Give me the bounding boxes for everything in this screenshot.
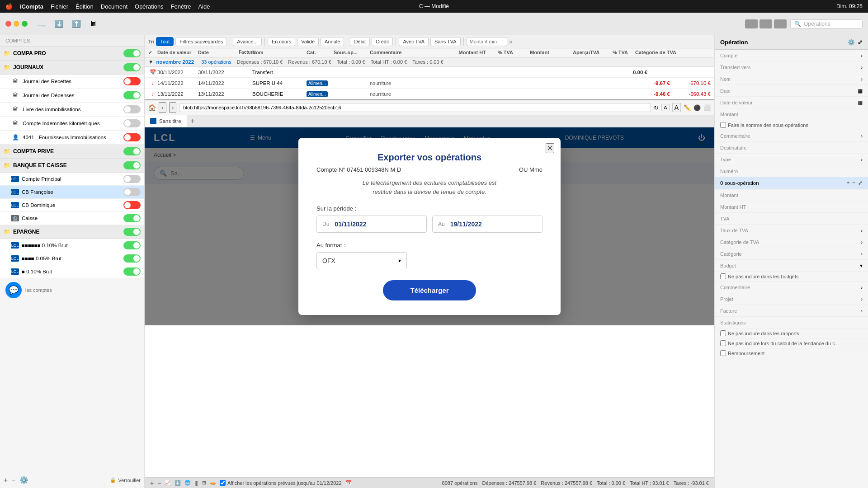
sidebar-item-livre-immob[interactable]: 🏛 Livre des immobilisations: [0, 103, 144, 117]
sidebar-item-indemnites[interactable]: 🏛 Compte Indemnités kilométriques: [0, 117, 144, 131]
browser-url-input[interactable]: [179, 103, 651, 112]
view-btn-1[interactable]: [745, 19, 758, 28]
afficher-prevu-checkbox[interactable]: [220, 480, 226, 486]
sous-op-remove-icon[interactable]: −: [852, 180, 855, 186]
toolbar-icon-cloud[interactable]: ☁️: [36, 18, 48, 30]
right-panel-expand-icon[interactable]: ⤢: [858, 39, 863, 46]
sidebar-item-cb-francoise[interactable]: LCL CB Françoise: [0, 186, 144, 199]
sidebar-item-epargne-2[interactable]: LCL ■■■■ 0.05% Brut: [0, 252, 144, 265]
checkbox-tendance-input[interactable]: [720, 340, 726, 346]
menu-edition[interactable]: Édition: [75, 3, 94, 10]
browser-circle-icon[interactable]: ⚫: [693, 104, 701, 111]
cb-dominique-toggle[interactable]: [123, 201, 141, 209]
sidebar-item-compte-principal[interactable]: LCL Compte Principal: [0, 173, 144, 186]
toolbar-icon-up[interactable]: ⬆️: [70, 18, 83, 30]
sidebar-item-epargne-1[interactable]: LCL ■■■■■■ 0.10% Brut: [0, 239, 144, 252]
filter-btn-avec-tva[interactable]: Avec TVA: [399, 37, 429, 46]
menu-operations[interactable]: Opérations: [135, 3, 164, 10]
filter-btn-tout[interactable]: Tout: [156, 37, 174, 46]
livre-immob-toggle[interactable]: [123, 105, 141, 113]
banque-toggle[interactable]: [123, 161, 141, 169]
filter-btn-avance[interactable]: Avancé...: [233, 37, 262, 46]
sous-op-add-icon[interactable]: +: [847, 180, 850, 186]
toolbar-icon-down[interactable]: ⬇️: [53, 18, 66, 30]
status-add-btn[interactable]: +: [150, 479, 154, 487]
sidebar-item-journal-recettes[interactable]: 🏛 Journal des Recettes: [0, 75, 144, 89]
sidebar-item-journal-depenses[interactable]: 🏛 Journal des Dépenses: [0, 89, 144, 103]
view-btn-3[interactable]: [774, 19, 787, 28]
rp-categorie-select[interactable]: ›: [770, 251, 863, 257]
date-from-field[interactable]: Du 01/11/2022: [316, 216, 427, 233]
checkbox-rapports-input[interactable]: [720, 330, 726, 336]
cb-francoise-toggle[interactable]: [123, 188, 141, 196]
sidebar-group-epargne-header[interactable]: 📁 EPARGNE: [0, 225, 144, 239]
checkbox-budget-input[interactable]: [720, 273, 726, 279]
browser-tab-sans-titre[interactable]: Sans titre: [145, 115, 187, 127]
compte-principal-toggle[interactable]: [123, 175, 141, 183]
table-row[interactable]: 📅 30/11/2022 30/11/2022 Transfert 0.00 €: [145, 67, 714, 78]
montant-min-input[interactable]: [467, 37, 507, 46]
view-btn-2[interactable]: [760, 19, 772, 28]
verrouiller-btn[interactable]: 🔒 Verrouiller: [110, 477, 141, 483]
month-header[interactable]: ▼ novembre 2022 33 opérations Dépenses :…: [145, 57, 714, 67]
browser-edit-icon[interactable]: ✏️: [684, 104, 691, 111]
messenger-icon[interactable]: 💬: [5, 282, 22, 298]
toolbar-icon-calc[interactable]: 🖩: [87, 18, 100, 30]
rp-budget-select[interactable]: ▾: [770, 263, 863, 269]
remove-icon[interactable]: −: [11, 476, 15, 484]
table-row[interactable]: ↓ 13/11/2022 13/11/2022 BOUCHERIE Alimen…: [145, 89, 714, 99]
journal-depenses-toggle[interactable]: [123, 91, 141, 99]
sidebar-item-fournisseurs[interactable]: 👤 4041 - Fournisseurs Immobilisations: [0, 131, 144, 145]
sidebar-group-banque-header[interactable]: 📁 BANQUE ET CAISSE: [0, 159, 144, 173]
indemnites-toggle[interactable]: [123, 119, 141, 127]
expand-filters-icon[interactable]: »: [509, 38, 513, 45]
settings-icon[interactable]: ⚙️: [19, 476, 28, 484]
rp-commentaire-1-select[interactable]: ›: [770, 133, 863, 139]
status-remove-btn[interactable]: −: [157, 479, 161, 487]
status-calendar-icon[interactable]: 📅: [345, 480, 352, 486]
menu-fenetre[interactable]: Fenêtre: [171, 3, 191, 10]
sidebar-group-compa-pro-header[interactable]: 📁 COMPA PRO: [0, 47, 144, 61]
status-table-icon[interactable]: ⊞: [202, 480, 206, 486]
status-download-icon[interactable]: ⬇️: [175, 480, 181, 486]
rp-compte-select[interactable]: ›: [770, 53, 863, 58]
modal-close-btn[interactable]: ✕: [546, 143, 554, 153]
minimize-btn[interactable]: [14, 21, 19, 27]
filter-btn-credit[interactable]: Crédit: [372, 37, 393, 46]
apple-menu[interactable]: 🍎: [5, 3, 13, 10]
epargne-toggle[interactable]: [123, 228, 141, 236]
sidebar-group-journaux-header[interactable]: 📁 JOURNAUX: [0, 61, 144, 75]
maximize-btn[interactable]: [22, 21, 28, 27]
add-icon[interactable]: +: [4, 476, 8, 484]
app-name[interactable]: iCompta: [20, 3, 43, 10]
rp-facture-select[interactable]: ›: [770, 308, 863, 314]
checkbox-somme-input[interactable]: [720, 122, 726, 128]
status-barcode-icon[interactable]: |||: [194, 480, 198, 486]
browser-font-larger-icon[interactable]: A: [672, 103, 681, 112]
epargne-3-toggle[interactable]: [123, 267, 141, 276]
sidebar-item-caisse[interactable]: 🏦 Caisse: [0, 212, 144, 225]
menu-fichier[interactable]: Fichier: [51, 3, 68, 10]
rp-type-select[interactable]: ›: [770, 157, 863, 162]
table-row[interactable]: ↓ 14/11/2022 14/11/2022 SUPER U 44 Alime…: [145, 78, 714, 89]
right-panel-gear-icon[interactable]: ⚙️: [848, 39, 855, 46]
close-btn[interactable]: [5, 21, 11, 27]
sous-op-expand-icon[interactable]: ⤢: [858, 180, 863, 186]
sidebar-group-compta-prive-header[interactable]: 📁 COMPTA PRIVE: [0, 145, 144, 159]
browser-back-btn[interactable]: ‹: [159, 102, 166, 113]
download-btn[interactable]: Télécharger: [383, 280, 476, 300]
filter-btn-sans-tva[interactable]: Sans TVA: [430, 37, 461, 46]
menu-document[interactable]: Document: [101, 3, 127, 10]
filter-btn-filtres[interactable]: Filtres sauvegardés: [175, 37, 227, 46]
browser-forward-btn[interactable]: ›: [169, 102, 177, 113]
menu-aide[interactable]: Aide: [198, 3, 210, 10]
browser-reload-icon[interactable]: ↻: [654, 104, 659, 111]
status-pie-icon[interactable]: 🥧: [210, 480, 216, 486]
checkbox-remboursement-input[interactable]: [720, 350, 726, 356]
rp-date-valeur-select[interactable]: ▦: [770, 99, 863, 106]
journaux-toggle[interactable]: [123, 63, 141, 71]
sidebar-item-epargne-3[interactable]: LCL ■ 0.10% Brut: [0, 265, 144, 278]
fournisseurs-toggle[interactable]: [123, 133, 141, 141]
status-web-icon[interactable]: 🌐: [184, 480, 191, 486]
search-bar[interactable]: 🔍 Opérations: [790, 19, 863, 28]
